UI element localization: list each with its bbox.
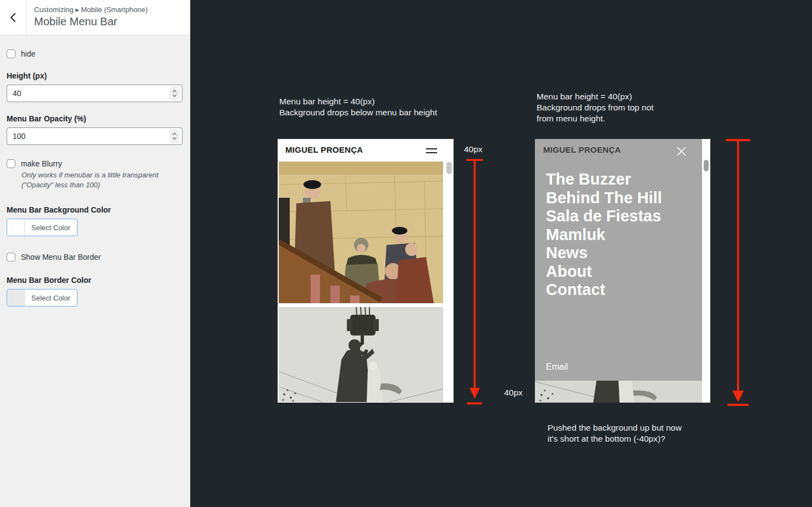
hide-checkbox-row: hide: [7, 49, 183, 58]
chevron-left-icon: [10, 13, 16, 23]
bg-color-label: Menu Bar Background Color: [7, 205, 183, 214]
opacity-field-wrap: [7, 127, 183, 145]
menu-item-contact[interactable]: Contact: [546, 281, 662, 299]
phone-mockup-left: MIGUEL PROENÇA: [278, 139, 454, 403]
gallery-photo-statue: [279, 307, 443, 402]
bg-color-swatch: [7, 219, 25, 236]
back-button[interactable]: [0, 0, 26, 35]
annotation-right: Menu bar height = 40(px) Background drop…: [537, 91, 654, 124]
menu-item-mamluk[interactable]: Mamluk: [546, 226, 662, 244]
opacity-stepper[interactable]: [170, 130, 179, 142]
border-color-swatch: [7, 289, 25, 306]
blurry-checkbox[interactable]: [7, 159, 15, 168]
opacity-input[interactable]: [7, 127, 183, 145]
stepper-up-icon: [172, 90, 177, 93]
preview-pane: Menu bar height = 40(px) Background drop…: [190, 0, 812, 507]
bg-select-color-label: Select Color: [25, 219, 77, 236]
border-checkbox-row: Show Menu Bar Border: [7, 253, 183, 261]
menu-item-sala-de-fiestas[interactable]: Sala de Fiestas: [546, 207, 662, 226]
border-select-color-button[interactable]: Select Color: [7, 289, 78, 307]
phone-scrollbar-thumb[interactable]: [446, 162, 452, 174]
annotation-right-line1: Menu bar height = 40(px): [537, 91, 654, 102]
site-title: MIGUEL PROENÇA: [285, 139, 363, 161]
annotation-left: Menu bar height = 40(px) Background drop…: [279, 96, 437, 118]
photo-sliver-statue: [535, 381, 702, 403]
border-color-label: Menu Bar Border Color: [7, 276, 183, 285]
annotation-right-line2: Background drops from top not: [537, 102, 654, 113]
ruler-top-label: 40px: [464, 144, 483, 154]
stepper-down-icon: [172, 94, 177, 97]
border-checkbox-label: Show Menu Bar Border: [21, 253, 101, 261]
blurry-note-line2: ("Opacity" less than 100): [21, 180, 183, 190]
header-text: Customizing ▸ Mobile (Smartphone) Mobile…: [26, 0, 148, 35]
bg-select-color-button[interactable]: Select Color: [7, 219, 78, 236]
mobile-menu-bar: MIGUEL PROENÇA: [278, 139, 454, 161]
menu-item-the-buzzer[interactable]: The Buzzer: [546, 170, 662, 189]
stepper-down-icon: [172, 137, 177, 140]
annotation-left-line2: Background drops below menu bar height: [279, 107, 437, 118]
phone-page-content: [278, 161, 454, 403]
blurry-note-line1: Only works if menubar is a little transp…: [21, 170, 183, 180]
breadcrumb: Customizing ▸ Mobile (Smartphone): [34, 5, 148, 14]
blurry-checkbox-label: make Blurry: [21, 159, 62, 168]
customizer-header: Customizing ▸ Mobile (Smartphone) Mobile…: [0, 0, 190, 35]
ruler-arrow-right: [725, 138, 752, 407]
menu-item-news[interactable]: News: [546, 244, 662, 263]
hide-checkbox[interactable]: [7, 49, 15, 58]
phone-mockup-right: MIGUEL PROENÇA The Buzzer Behind The Hil…: [535, 139, 710, 403]
menu-item-behind-the-hill[interactable]: Behind The Hill: [546, 189, 662, 208]
mobile-menu-list: The Buzzer Behind The Hill Sala de Fiest…: [546, 170, 662, 299]
height-stepper[interactable]: [170, 87, 179, 99]
site-title: MIGUEL PROENÇA: [543, 139, 621, 161]
mobile-menu-overlay: MIGUEL PROENÇA The Buzzer Behind The Hil…: [535, 139, 702, 381]
customizer-app: Customizing ▸ Mobile (Smartphone) Mobile…: [0, 0, 812, 507]
panel-title: Mobile Menu Bar: [34, 15, 148, 28]
caption-bottom-line1: Pushed the background up but now: [548, 422, 682, 433]
email-link[interactable]: Email: [546, 362, 568, 372]
annotation-left-line1: Menu bar height = 40(px): [279, 96, 437, 107]
opacity-label: Menu Bar Opacity (%): [7, 114, 183, 123]
annotation-right-line3: from menu height.: [537, 113, 654, 124]
phone-scrollbar-thumb[interactable]: [704, 160, 709, 171]
ruler-arrow-left: [465, 158, 485, 406]
gallery-photo-people: [279, 161, 443, 303]
height-input[interactable]: [7, 85, 183, 102]
caption-bottom: Pushed the background up but now it's sh…: [548, 422, 682, 444]
height-label: Height (px): [7, 71, 183, 80]
menu-item-about[interactable]: About: [546, 263, 662, 281]
border-select-color-label: Select Color: [25, 289, 77, 306]
customizer-controls: hide Height (px) Menu Bar Opacity (%): [0, 35, 190, 323]
blurry-note: Only works if menubar is a little transp…: [21, 170, 183, 190]
hide-checkbox-label: hide: [21, 49, 35, 58]
height-field-wrap: [7, 85, 183, 102]
close-icon[interactable]: [676, 146, 687, 157]
stepper-up-icon: [172, 132, 177, 136]
caption-bottom-line2: it's short at the bottom (-40px)?: [548, 433, 682, 444]
hamburger-icon[interactable]: [426, 148, 437, 153]
blurry-checkbox-row: make Blurry: [7, 159, 183, 168]
border-checkbox[interactable]: [7, 253, 15, 261]
customizer-sidebar: Customizing ▸ Mobile (Smartphone) Mobile…: [0, 0, 190, 507]
ruler-bottom-label: 40px: [504, 388, 523, 398]
